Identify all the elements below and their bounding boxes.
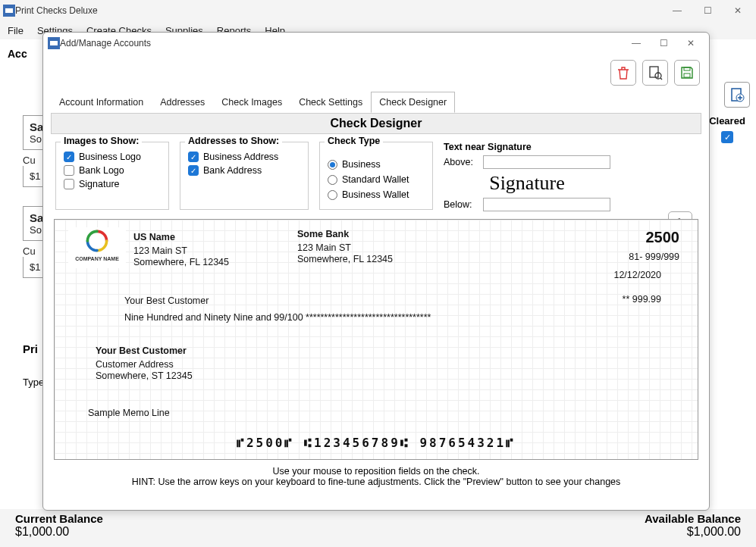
tab-check-designer[interactable]: Check Designer	[371, 92, 455, 113]
toolbar-action-button[interactable]	[724, 82, 750, 108]
delete-button[interactable]	[610, 60, 636, 86]
svg-rect-7	[50, 41, 58, 45]
checkbox-bank-logo[interactable]	[64, 165, 74, 176]
check-date[interactable]: 12/12/2020	[613, 270, 661, 280]
text-near-signature-title: Text near Signature	[444, 142, 610, 152]
checkbox-business-address[interactable]: ✓	[188, 152, 199, 162]
modal-tabs: Account Information Addresses Check Imag…	[51, 92, 709, 113]
modal-close-button[interactable]: ✕	[677, 33, 704, 54]
preview-button[interactable]	[642, 60, 668, 86]
signature-preview: Signature	[444, 172, 610, 195]
check-number[interactable]: 2500	[646, 229, 680, 246]
images-to-show-group: Images to Show: ✓Business Logo Bank Logo…	[55, 142, 169, 210]
available-balance-value: $1,000.00	[645, 525, 741, 539]
cleared-checkbox[interactable]: ✓	[721, 131, 733, 143]
accounts-header: Acc	[8, 48, 27, 60]
radio-business-wallet-label: Business Wallet	[342, 189, 409, 200]
print-section-header: Pri	[23, 342, 38, 355]
addresses-to-show-title: Addresses to Show:	[185, 136, 282, 146]
minimize-button[interactable]: —	[662, 0, 692, 21]
checkbox-signature[interactable]	[64, 179, 74, 189]
check-micr-line[interactable]: ⑈2500⑈ ⑆123456789⑆ 987654321⑈	[55, 436, 698, 450]
tab-check-settings[interactable]: Check Settings	[290, 92, 371, 113]
check-routing-small[interactable]: 81- 999/999	[629, 252, 679, 262]
sig-above-label: Above:	[444, 157, 478, 167]
radio-business[interactable]	[328, 160, 337, 170]
menu-file[interactable]: File	[8, 25, 24, 36]
modal-maximize-button[interactable]: ☐	[650, 33, 677, 54]
modal-titlebar: Add/Manage Accounts — ☐ ✕	[43, 33, 709, 54]
images-to-show-title: Images to Show:	[61, 136, 142, 146]
radio-business-wallet[interactable]	[328, 190, 337, 200]
modal-title: Add/Manage Accounts	[60, 38, 623, 48]
preview-icon	[648, 65, 663, 80]
addresses-to-show-group: Addresses to Show: ✓Business Address ✓Ba…	[180, 142, 309, 210]
maximize-button[interactable]: ☐	[692, 0, 723, 21]
checkbox-business-logo[interactable]: ✓	[64, 152, 74, 162]
tab-check-images[interactable]: Check Images	[213, 92, 290, 113]
text-near-signature-group: Text near Signature Above: Signature Bel…	[444, 142, 610, 211]
check-customer-addr1: Customer Address	[96, 359, 193, 370]
main-titlebar: Print Checks Deluxe — ☐ ✕	[0, 0, 756, 21]
tab-account-information[interactable]: Account Information	[51, 92, 152, 113]
current-balance-value: $1,000.00	[15, 525, 103, 539]
save-button[interactable]	[674, 60, 700, 86]
close-button[interactable]: ✕	[723, 0, 753, 21]
section-title: Check Designer	[52, 114, 701, 133]
check-customer-name[interactable]: Your Best Customer	[96, 345, 187, 356]
company-logo-text: COMPANY NAME	[68, 256, 126, 261]
check-bank-name[interactable]: Some Bank	[297, 229, 349, 239]
radio-business-label: Business	[342, 159, 381, 170]
check-payee[interactable]: Your Best Customer	[124, 295, 209, 306]
check-company-addr1: 123 Main ST	[133, 245, 229, 257]
checkbox-signature-label: Signature	[79, 179, 120, 189]
checkbox-bank-logo-label: Bank Logo	[79, 165, 124, 176]
svg-rect-8	[650, 67, 658, 77]
checkbox-business-logo-label: Business Logo	[79, 152, 141, 162]
trash-icon	[616, 65, 631, 80]
check-company-name[interactable]: US Name	[133, 232, 175, 242]
checkbox-business-address-label: Business Address	[203, 152, 278, 162]
app-icon	[3, 5, 15, 17]
check-amount-numeric[interactable]: ** 999.99	[623, 294, 661, 305]
modal-minimize-button[interactable]: —	[623, 33, 650, 54]
hint-line-2: HINT: Use the arrow keys on your keyboar…	[43, 477, 709, 487]
check-bank-address[interactable]: 123 Main ST Somewhere, FL 12345	[297, 242, 393, 265]
check-customer-address[interactable]: Customer Address Somewhere, ST 12345	[96, 359, 193, 382]
cleared-header: Cleared	[704, 115, 750, 127]
check-amount-words[interactable]: Nine Hundred and Ninety Nine and 99/100 …	[124, 312, 431, 323]
tab-addresses[interactable]: Addresses	[152, 92, 213, 113]
check-bank-addr1: 123 Main ST	[297, 242, 393, 254]
sig-below-input[interactable]	[483, 198, 610, 211]
svg-rect-11	[684, 73, 690, 77]
main-window-title: Print Checks Deluxe	[15, 5, 662, 16]
logo-swirl-icon	[83, 227, 111, 255]
checkbox-bank-address-label: Bank Address	[203, 165, 262, 176]
hint-line-1: Use your mouse to reposition fields on t…	[43, 466, 709, 477]
type-column-header: Type	[23, 377, 44, 388]
current-balance-label: Current Balance	[15, 512, 103, 525]
balance-bar: Current Balance $1,000.00 Available Bala…	[0, 509, 756, 547]
check-memo[interactable]: Sample Memo Line	[88, 408, 170, 418]
company-logo[interactable]: COMPANY NAME	[68, 227, 126, 268]
svg-line-10	[660, 78, 662, 80]
app-icon	[48, 37, 60, 49]
radio-standard-wallet[interactable]	[328, 175, 337, 185]
svg-rect-1	[5, 8, 13, 13]
check-type-title: Check Type	[325, 136, 383, 146]
sig-above-input[interactable]	[483, 155, 610, 169]
check-bank-addr2: Somewhere, FL 12345	[297, 254, 393, 265]
check-company-address[interactable]: 123 Main ST Somewhere, FL 12345	[133, 245, 229, 268]
available-balance-label: Available Balance	[645, 512, 741, 525]
document-add-icon	[729, 87, 745, 102]
check-preview[interactable]: COMPANY NAME US Name 123 Main ST Somewhe…	[54, 219, 698, 460]
sig-below-label: Below:	[444, 199, 478, 210]
check-type-group: Check Type Business Standard Wallet Busi…	[319, 142, 433, 210]
radio-standard-wallet-label: Standard Wallet	[342, 174, 409, 185]
add-manage-accounts-modal: Add/Manage Accounts — ☐ ✕ Account Inform…	[42, 32, 710, 511]
save-icon	[679, 65, 695, 80]
check-customer-addr2: Somewhere, ST 12345	[96, 370, 193, 382]
checkbox-bank-address[interactable]: ✓	[188, 165, 199, 176]
check-company-addr2: Somewhere, FL 12345	[133, 257, 229, 268]
